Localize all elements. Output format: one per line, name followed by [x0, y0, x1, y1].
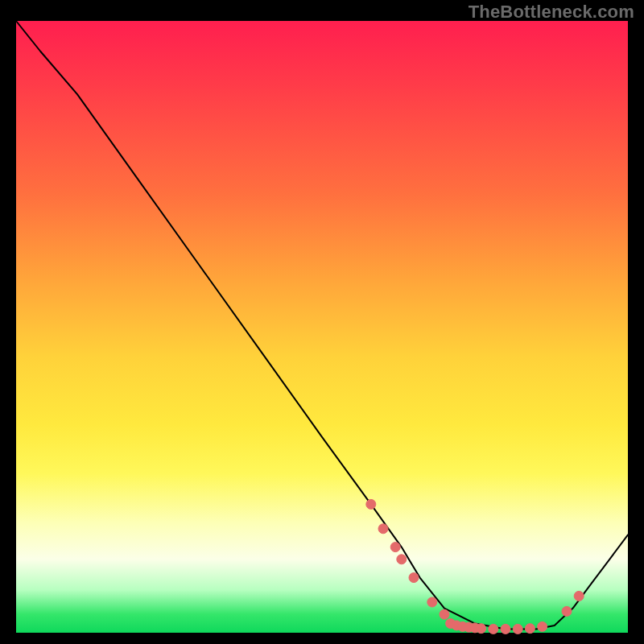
curve-svg — [16, 21, 628, 633]
gradient-plot-area — [16, 21, 628, 633]
marker-dot — [366, 499, 376, 509]
marker-dot — [378, 524, 388, 534]
watermark-text: TheBottleneck.com — [469, 2, 634, 23]
scatter-markers — [366, 499, 584, 634]
marker-dot — [440, 609, 449, 619]
marker-dot — [525, 624, 535, 634]
marker-dot — [501, 624, 510, 634]
marker-dot — [397, 555, 407, 564]
bottleneck-curve — [16, 21, 628, 629]
marker-dot — [409, 573, 419, 583]
marker-dot — [477, 624, 486, 634]
marker-dot — [562, 606, 572, 616]
marker-dot — [489, 624, 498, 634]
marker-dot — [390, 543, 400, 552]
chart-frame: TheBottleneck.com — [0, 0, 644, 644]
marker-dot — [574, 591, 584, 601]
marker-dot — [427, 597, 437, 607]
marker-dot — [513, 624, 522, 634]
marker-dot — [538, 621, 547, 631]
